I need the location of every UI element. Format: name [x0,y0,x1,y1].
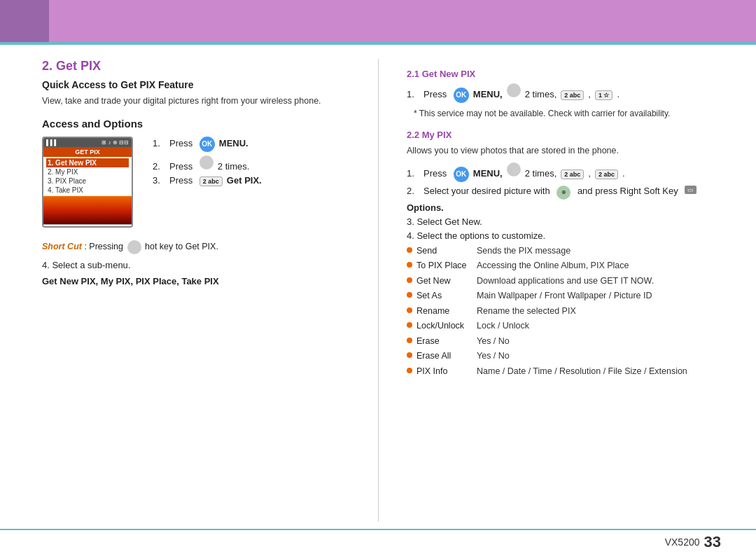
key-1star-21: 1 ☆ [595,90,613,100]
section-22-title: 2.2 My PIX [407,130,714,140]
bullet-dot [407,262,412,268]
list-item: Get New Download applications and use GE… [407,275,714,288]
list-item: To PIX Place Accessing the Online Album,… [407,260,714,272]
phone-header: GET PIX [43,147,132,157]
intro-text: View, take and trade your digital pictur… [42,95,350,108]
phone-menu-item-4: 4. Take PIX [46,186,129,195]
nav-button-22 [507,162,521,176]
phone-menu-item-3: 3. PIX Place [46,176,129,186]
key-2abc-21: 2 abc [561,90,584,100]
phone-mockup: ▌▌▌ ⊞ ♪ ⊕ ⊟⊟ GET PIX 1. Get New PIX 2. M… [42,137,133,228]
list-item: Rename Rename the selected PIX [407,305,714,318]
key-2abc-22b: 2 abc [595,169,618,179]
left-column: 2. Get PIX Quick Access to Get PIX Featu… [42,59,350,522]
top-bar [0,0,756,42]
ok-button-21: OK [454,88,469,103]
list-item: Set As Main Wallpaper / Front Wallpaper … [407,290,714,303]
shortcut-label: Short Cut [42,242,82,251]
joystick-icon: ⊕ [556,186,570,200]
nav-button-1 [200,155,214,169]
right-step-1b: 1. Press OK MENU, 2 times, 2 abc , 2 abc… [407,162,714,182]
list-item: Erase All Yes / No [407,350,714,363]
asterisk-note: * This service may not be available. Che… [414,107,714,120]
phone-menu: 1. Get New PIX 2. My PIX 3. PIX Place 4.… [43,157,132,196]
phone-gradient [43,196,132,224]
access-heading: Access and Options [42,118,350,130]
access-steps: 1. Press OK MENU. 2. Press 2 times. 3. P… [153,137,350,190]
key-2abc-1: 2 abc [200,176,223,186]
step-4: 4. Select a sub-menu. [42,260,350,270]
list-item: Lock/Unlock Lock / Unlock [407,320,714,333]
right-step-1: 1. Press OK MENU, 2 times, 2 abc , 1 ☆ . [407,83,714,103]
list-item: Erase Yes / No [407,335,714,348]
bullet-dot [407,277,412,283]
bullet-dot [407,247,412,253]
nav-button-shortcut [127,240,141,254]
ok-button-1: OK [200,137,215,152]
phone-ok-bar: OK [43,224,132,228]
right-step-3: 3. Select Get New. [407,216,714,227]
nav-button-21 [507,83,521,97]
right-step-2: 2. Select your desired picture with ⊕ an… [407,186,714,213]
step-2: 2. Press 2 times. [153,155,350,172]
right-column: 2.1 Get New PIX 1. Press OK MENU, 2 time… [378,59,714,522]
shortcut-box: Short Cut : Pressing hot key to Get PIX. [42,240,350,254]
soft-key-button: ▭ [685,186,696,194]
list-item: Send Sends the PIX message [407,245,714,258]
bullet-dot [407,322,412,328]
subsection-heading: Quick Access to Get PIX Feature [42,79,350,90]
bullet-dot [407,368,412,373]
key-2abc-22a: 2 abc [561,169,584,179]
page-number: 33 [704,533,721,551]
phone-menu-item-2: 2. My PIX [46,167,129,176]
section-title: 2. Get PIX [42,59,350,74]
bold-note: Get New PIX, My PIX, PIX Place, Take PIX [42,276,350,286]
main-content: 2. Get PIX Quick Access to Get PIX Featu… [0,45,756,529]
bullet-dot [407,307,412,313]
bottom-bar: VX5200 33 [0,529,756,554]
right-step-4: 4. Select the options to customize. [407,230,714,241]
my-pix-desc: Allows you to view photos that are store… [407,144,714,158]
options-list: Send Sends the PIX message To PIX Place … [407,245,714,378]
bullet-dot [407,352,412,358]
bullet-dot [407,292,412,298]
phone-menu-item-1: 1. Get New PIX [46,158,129,167]
section-21-title: 2.1 Get New PIX [407,69,714,79]
ok-button-22: OK [454,167,469,182]
step-3: 3. Press 2 abc Get PIX. [153,175,350,186]
bullet-dot [407,338,412,343]
list-item: PIX Info Name / Date / Time / Resolution… [407,366,714,378]
step-1: 1. Press OK MENU. [153,137,350,152]
model-label: VX5200 [665,536,700,548]
top-bar-accent [0,0,49,42]
